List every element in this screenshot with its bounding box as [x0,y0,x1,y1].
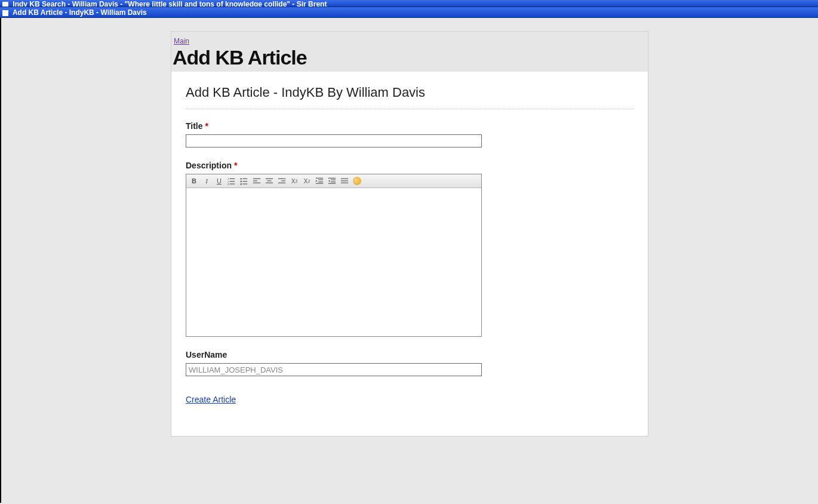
svg-rect-18 [278,179,285,179]
subscript-index: 2 [295,179,297,183]
svg-rect-19 [281,180,285,181]
justify-button[interactable] [339,176,350,186]
description-input[interactable] [186,188,481,336]
browser-viewport: Main Add KB Article Add KB Article - Ind… [0,18,818,503]
superscript-index: 2 [307,179,310,183]
indent-button[interactable] [327,176,337,186]
background-tab-title: Indy KB Search - William Davis - "Where … [13,0,327,7]
page-subheading: Add KB Article - IndyKB By William Davis [186,85,634,100]
svg-rect-3 [230,181,235,182]
insert-link-button[interactable] [352,176,362,186]
active-tab-title: Add KB Article - IndyKB - William Davis [13,8,147,17]
description-field: Description * B I U 123 [186,161,634,337]
svg-rect-12 [253,179,260,179]
svg-rect-21 [316,178,323,179]
svg-rect-23 [318,179,323,180]
svg-rect-14 [253,183,260,183]
italic-button[interactable]: I [201,176,212,186]
svg-rect-5 [230,183,235,184]
svg-point-10 [240,183,242,185]
align-right-button[interactable] [276,176,287,186]
align-left-button[interactable] [251,176,262,186]
editor-toolbar: B I U 123 [186,174,481,188]
svg-rect-26 [328,178,336,179]
title-field: Title * [186,121,634,147]
unordered-list-button[interactable] [239,176,250,186]
svg-rect-29 [331,182,336,182]
svg-point-8 [240,181,242,183]
username-field: UserName [186,350,634,376]
page-container: Main Add KB Article Add KB Article - Ind… [171,31,648,437]
svg-rect-13 [253,180,257,181]
window-icon [2,2,8,7]
required-marker: * [205,121,208,131]
subscript-button[interactable]: X2 [289,176,300,186]
page-header: Main Add KB Article [171,32,648,72]
svg-rect-15 [266,179,273,179]
description-label-text: Description [186,161,232,170]
create-article-button[interactable]: Create Article [186,395,236,404]
title-input[interactable] [186,134,482,147]
svg-rect-1 [230,179,235,179]
description-label: Description * [186,161,634,170]
ordered-list-button[interactable]: 123 [226,176,237,186]
underline-button[interactable]: U [214,176,225,186]
username-input [186,363,482,376]
svg-rect-25 [316,183,323,184]
superscript-base: X [304,178,308,185]
svg-rect-24 [318,182,323,182]
bold-button[interactable]: B [189,176,199,186]
window-titlebar-active-tab[interactable]: Add KB Article - IndyKB - William Davis [0,7,818,18]
title-label-text: Title [186,121,203,131]
world-icon [353,177,361,185]
align-center-button[interactable] [264,176,275,186]
svg-rect-7 [242,179,247,179]
svg-rect-28 [331,179,336,180]
window-titlebar-background-tab[interactable]: Indy KB Search - William Davis - "Where … [0,0,818,7]
svg-rect-32 [341,180,348,181]
svg-rect-30 [328,183,336,184]
window-icon [2,10,8,16]
title-label: Title * [186,121,634,131]
svg-rect-20 [278,183,285,183]
svg-rect-16 [267,180,272,181]
svg-marker-22 [316,180,318,182]
main-nav-link[interactable]: Main [174,37,189,45]
svg-rect-17 [266,183,273,183]
divider [186,109,634,109]
subscript-base: X [291,178,296,185]
rich-text-editor: B I U 123 [186,174,482,337]
submit-row: Create Article [186,394,634,405]
page-title: Add KB Article [173,46,648,69]
username-label: UserName [186,350,634,359]
svg-rect-9 [242,181,247,182]
superscript-button[interactable]: X2 [302,176,312,186]
svg-rect-33 [341,183,348,183]
svg-marker-27 [328,180,330,182]
required-marker: * [234,161,237,170]
svg-rect-31 [341,179,348,179]
svg-point-6 [240,178,242,180]
outdent-button[interactable] [314,176,325,186]
content-area: Add KB Article - IndyKB By William Davis… [171,72,648,436]
svg-text:3: 3 [227,183,229,185]
svg-rect-11 [242,183,247,184]
